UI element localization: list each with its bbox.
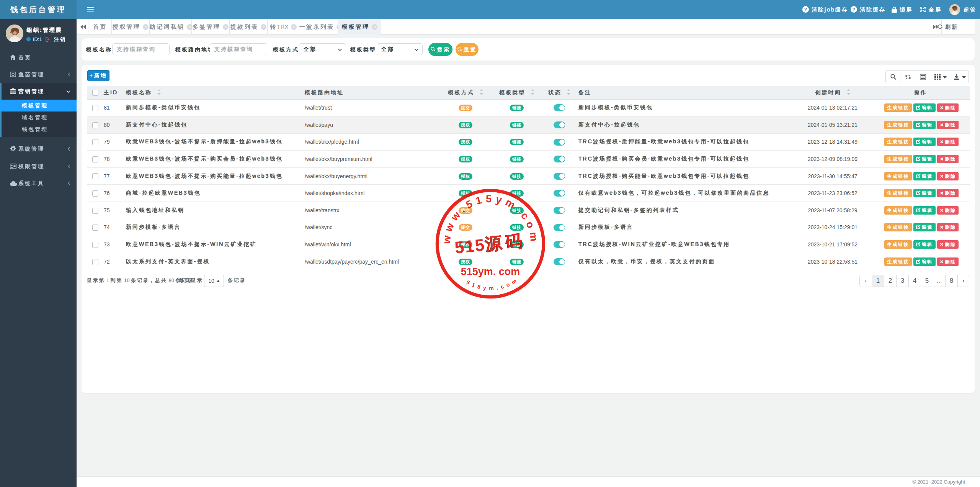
svg-text:?: ? <box>804 7 807 12</box>
svg-text:?: ? <box>853 7 855 12</box>
